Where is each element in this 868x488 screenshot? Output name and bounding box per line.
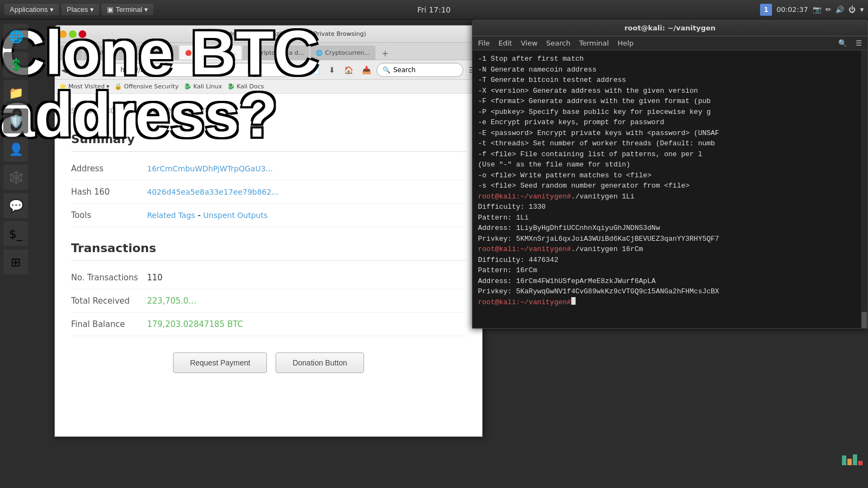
hash160-label: Hash 160 (71, 187, 147, 197)
kali-docs-label: Kali Docs (237, 83, 264, 90)
back-button[interactable]: ◀ (58, 63, 71, 76)
most-visited-label: Most Visited (68, 83, 105, 90)
bookmark-most-visited[interactable]: ⭐ Most Visited ▾ (59, 83, 109, 90)
minimize-button[interactable] (59, 30, 67, 38)
term-line-4: -X <version> Generate address with the g… (478, 86, 862, 97)
term-line-5: -F <format> Generate address with the gi… (478, 96, 862, 107)
tab-1[interactable]: 🔵 L (59, 46, 82, 60)
tab-6-label: Criptografia d... (257, 49, 304, 56)
transactions-section-title: Transactions (71, 236, 466, 261)
most-visited-icon: ⭐ (59, 83, 67, 90)
forward-button[interactable]: ▶ (73, 63, 85, 76)
total-received-row: Total Received 223,705.0... (71, 290, 466, 313)
search-bar[interactable]: 🔍 Search (376, 63, 463, 77)
sidebar-icon-user[interactable]: 👤 (3, 137, 28, 162)
term-line-6: -P <pubkey> Specify base public key for … (478, 107, 862, 118)
tab-5[interactable]: 🔴 Moedas do f... (180, 46, 241, 60)
sidebar-icon-folder[interactable]: 📁 (3, 80, 28, 105)
tab-6-icon: 🔴 (248, 50, 254, 56)
term-line-3: -T Generate bitcoin testnet address (478, 75, 862, 86)
menu-help[interactable]: Help (617, 39, 634, 47)
terminal-menu[interactable]: ▣ Terminal ▾ (101, 4, 154, 15)
maximize-button[interactable] (69, 30, 76, 38)
address-label: Address (71, 164, 147, 174)
no-tx-label: No. Transactions (71, 273, 147, 282)
terminal-label: Terminal (116, 5, 142, 14)
most-visited-arrow: ▾ (106, 83, 110, 90)
taskbar-left: Applications ▾ Places ▾ ▣ Terminal ▾ (4, 4, 154, 15)
term-pattern-2: Pattern: 16rCm (478, 265, 862, 276)
bookmark-star-button[interactable]: ★ (292, 63, 305, 76)
sidebar-icon-chat[interactable]: 💬 (3, 193, 28, 218)
new-tab-button[interactable]: + (379, 47, 392, 60)
request-payment-button[interactable]: Request Payment (173, 352, 267, 373)
tools-values: Related Tags - Unspent Outputs (147, 210, 267, 220)
menu-edit[interactable]: Edit (499, 39, 512, 47)
sys-bar-3 (853, 454, 857, 465)
address-value[interactable]: 16rCmCmbuWDhPjWTrpQGaU3... (147, 164, 273, 173)
donation-button[interactable]: Donation Button (276, 352, 363, 373)
sidebar-icon-browser[interactable]: 🌐 (3, 24, 28, 49)
related-tags-link[interactable]: Related Tags (147, 211, 195, 220)
home-button[interactable]: 🏠 (341, 63, 356, 76)
menu-terminal[interactable]: Terminal (579, 39, 609, 47)
sidebar: 🌐 💲 📁 🛡️ 👤 🕸️ 💬 $_ ⊞ (0, 20, 31, 488)
blockchain-page: send bitcoins to another person. Summary… (55, 94, 482, 436)
sidebar-icon-grid[interactable]: ⊞ (3, 249, 28, 274)
search-terminal-icon[interactable]: 🔍 (838, 39, 847, 47)
url-lock-icon: 🔒 (110, 66, 117, 73)
term-address-1: Address: 1LiyByHgDhfiUCCnhnXqiyuGhJNDNS3… (478, 223, 862, 234)
final-balance-label: Final Balance (71, 319, 147, 329)
places-label: Places (67, 5, 88, 14)
tab-6[interactable]: 🔴 Criptografia d... (242, 46, 309, 60)
window-controls (59, 30, 86, 38)
action-buttons: Request Payment Donation Button (71, 352, 466, 373)
menu-view[interactable]: View (521, 39, 538, 47)
bookmark-offensive-security[interactable]: 🔒 Offensive Security (114, 83, 178, 90)
kali-linux-label: Kali Linux (193, 83, 222, 90)
offensive-security-label: Offensive Security (124, 83, 178, 90)
tab-2[interactable]: vanity... (84, 46, 118, 60)
reader-button[interactable]: 📄 (308, 63, 323, 76)
tools-row: Tools Related Tags - Unspent Outputs (71, 204, 466, 227)
bookmark-kali-linux[interactable]: 🐉 Kali Linux (184, 83, 222, 90)
unspent-outputs-link[interactable]: Unspent Outputs (203, 211, 268, 220)
sys-bar-1 (842, 455, 846, 465)
sidebar-icon-network[interactable]: 🕸️ (3, 165, 28, 190)
hamburger-icon[interactable]: ☰ (856, 39, 862, 47)
close-button[interactable] (79, 30, 86, 38)
tab-3[interactable]: GitH... (119, 46, 148, 60)
total-received-value: 223,705.0... (147, 296, 196, 306)
hash160-value[interactable]: 4026d45ea5e8a33e17ee79b862... (147, 188, 279, 196)
kali-docs-icon: 🐉 (227, 83, 235, 90)
no-tx-value: 110 (147, 273, 163, 282)
sidebar-icon-terminal2[interactable]: $_ (3, 221, 28, 246)
term-difficulty-1: Difficulty: 1330 (478, 202, 862, 213)
menu-file[interactable]: File (478, 39, 490, 47)
tools-label: Tools (71, 210, 147, 220)
terminal-content[interactable]: -1 Stop after first match -N Generate na… (473, 50, 867, 328)
screenshot-icon: 📷 (813, 5, 821, 14)
menu-search[interactable]: Search (546, 39, 571, 47)
system-monitor-bars (842, 454, 863, 465)
pocket-button[interactable]: 📥 (359, 63, 374, 76)
term-prompt-3[interactable]: root@kali:~/vanitygen# (478, 297, 862, 308)
terminal-scroll-thumb[interactable] (861, 312, 867, 328)
tab-4[interactable]: sam... (150, 46, 179, 60)
toolbar-right: ★ 📄 ⬇ 🏠 📥 🔍 Search ☰ (292, 63, 479, 77)
download-button[interactable]: ⬇ (326, 63, 339, 76)
term-line-1: -1 Stop after first match (478, 54, 862, 65)
hash160-row: Hash 160 4026d45ea5e8a33e17ee79b862... (71, 181, 466, 204)
places-menu[interactable]: Places ▾ (61, 4, 99, 15)
sidebar-icon-dollar[interactable]: 💲 (3, 52, 28, 77)
bookmark-kali-docs[interactable]: 🐉 Kali Docs (227, 83, 264, 90)
workspace-indicator[interactable]: 1 (760, 4, 772, 16)
tab-7[interactable]: 🌐 Cryptocurren... (310, 46, 375, 60)
sidebar-icon-shield[interactable]: 🛡️ (3, 108, 28, 133)
url-bar[interactable]: 🔒 http://bl... (103, 63, 290, 77)
tab-4-label: sam... (155, 49, 174, 56)
reload-button[interactable]: ↻ (87, 63, 100, 76)
sys-bar-4 (858, 461, 863, 465)
applications-menu[interactable]: Applications ▾ (4, 4, 59, 15)
terminal-scrollbar[interactable] (861, 50, 867, 328)
